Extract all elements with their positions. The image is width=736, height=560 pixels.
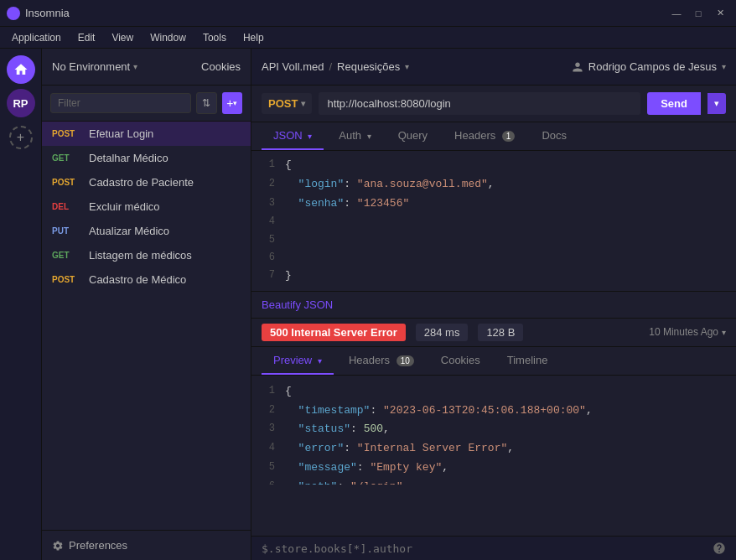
main-content: API Voll.med / Requesições ▾ Rodrigo Cam… bbox=[251, 49, 736, 560]
request-name: Cadastro de Médico bbox=[89, 273, 186, 286]
breadcrumb-app: API Voll.med bbox=[262, 60, 324, 73]
cookies-button[interactable]: Cookies bbox=[201, 60, 241, 73]
tab-preview-label: Preview bbox=[273, 354, 312, 366]
method-selector[interactable]: POST ▾ bbox=[262, 93, 312, 114]
sidebar-header: No Environment ▾ Cookies bbox=[42, 49, 251, 86]
tab-cookies-label: Cookies bbox=[441, 354, 480, 366]
request-name: Excluir médico bbox=[89, 200, 160, 213]
preferences-label: Preferences bbox=[69, 539, 127, 552]
add-workspace-button[interactable]: + bbox=[9, 126, 33, 149]
maximize-button[interactable]: □ bbox=[689, 4, 707, 23]
breadcrumb: API Voll.med / Requesições ▾ bbox=[262, 60, 409, 73]
status-badge: 500 Internal Server Error bbox=[262, 324, 406, 341]
add-request-button[interactable]: + ▾ bbox=[222, 92, 242, 114]
chevron-down-icon: ▾ bbox=[233, 99, 237, 107]
tab-timeline-label: Timeline bbox=[507, 354, 548, 366]
tab-docs-label: Docs bbox=[542, 129, 567, 142]
tab-query[interactable]: Query bbox=[386, 122, 439, 150]
menu-application[interactable]: Application bbox=[3, 29, 70, 46]
tab-timeline[interactable]: Timeline bbox=[495, 347, 560, 375]
user-info[interactable]: Rodrigo Campos de Jesus ▾ bbox=[572, 60, 726, 73]
sort-button[interactable]: ⇅ bbox=[196, 92, 217, 114]
tab-json-label: JSON bbox=[273, 129, 303, 142]
request-item-efetuar-login[interactable]: POST Efetuar Login bbox=[42, 122, 251, 146]
tab-auth[interactable]: Auth ▾ bbox=[327, 122, 382, 150]
menu-view[interactable]: View bbox=[103, 29, 142, 46]
url-input[interactable] bbox=[319, 92, 640, 115]
help-icon[interactable] bbox=[713, 542, 726, 555]
code-line: 6 bbox=[251, 249, 736, 267]
preferences-button[interactable]: Preferences bbox=[52, 539, 241, 552]
request-tabs: JSON ▾ Auth ▾ Query Headers 1 Docs bbox=[251, 122, 736, 151]
method-badge-post: POST bbox=[52, 275, 82, 284]
time-ago-chevron-icon: ▾ bbox=[722, 328, 726, 337]
response-bar: 500 Internal Server Error 284 ms 128 B 1… bbox=[251, 319, 736, 347]
method-badge-get: GET bbox=[52, 251, 82, 260]
query-bar bbox=[251, 536, 736, 560]
code-line: 3 "senha": "123456" bbox=[251, 194, 736, 214]
environment-selector[interactable]: No Environment ▾ bbox=[52, 60, 137, 73]
breadcrumb-separator: / bbox=[329, 60, 332, 73]
response-tabs: Preview ▾ Headers 10 Cookies Timeline bbox=[251, 347, 736, 376]
send-dropdown-button[interactable]: ▾ bbox=[707, 93, 726, 114]
method-badge-post: POST bbox=[52, 178, 82, 187]
request-name: Detalhar Médico bbox=[89, 152, 168, 164]
close-button[interactable]: ✕ bbox=[711, 4, 729, 23]
beautify-bar[interactable]: Beautify JSON bbox=[251, 291, 736, 319]
request-item-listagem-medicos[interactable]: GET Listagem de médicos bbox=[42, 243, 251, 267]
minimize-button[interactable]: — bbox=[667, 4, 686, 23]
request-item-cadastro-paciente[interactable]: POST Cadastro de Paciente bbox=[42, 170, 251, 194]
breadcrumb-page[interactable]: Requesições ▾ bbox=[337, 60, 409, 73]
app-title: Insomnia bbox=[25, 7, 70, 19]
code-line: 5 bbox=[251, 231, 736, 249]
tab-preview-chevron-icon: ▾ bbox=[318, 356, 322, 366]
method-chevron-icon: ▾ bbox=[301, 99, 305, 108]
sidebar: No Environment ▾ Cookies ⇅ + ▾ POST Efet… bbox=[42, 49, 251, 560]
request-list: POST Efetuar Login GET Detalhar Médico P… bbox=[42, 122, 251, 530]
breadcrumb-page-label: Requesições bbox=[337, 60, 400, 73]
plus-icon: + bbox=[226, 96, 233, 110]
code-line: 1 { bbox=[251, 156, 736, 175]
menu-edit[interactable]: Edit bbox=[70, 29, 104, 46]
time-ago: 10 Minutes Ago ▾ bbox=[649, 326, 726, 338]
app-icon bbox=[7, 7, 20, 20]
menu-window[interactable]: Window bbox=[142, 29, 194, 46]
code-line: 4 bbox=[251, 213, 736, 231]
tab-docs[interactable]: Docs bbox=[530, 122, 578, 150]
request-item-cadastro-medico[interactable]: POST Cadastro de Médico bbox=[42, 267, 251, 292]
request-item-atualizar-medico[interactable]: PUT Atualizar Médico bbox=[42, 219, 251, 243]
send-button[interactable]: Send bbox=[647, 92, 701, 115]
avatar[interactable]: RP bbox=[7, 89, 35, 117]
user-icon bbox=[572, 61, 583, 73]
request-name: Atualizar Médico bbox=[89, 225, 169, 237]
tab-preview[interactable]: Preview ▾ bbox=[262, 347, 334, 375]
sidebar-filter-bar: ⇅ + ▾ bbox=[42, 86, 251, 122]
method-badge-post: POST bbox=[52, 129, 82, 138]
request-body-editor[interactable]: 1 { 2 "login": "ana.souza@voll.med", 3 "… bbox=[251, 151, 736, 291]
filter-input[interactable] bbox=[50, 93, 191, 113]
titlebar-controls[interactable]: — □ ✕ bbox=[667, 4, 729, 23]
tab-resp-headers-label: Headers bbox=[349, 354, 390, 366]
method-label: POST bbox=[268, 97, 298, 110]
tab-cookies[interactable]: Cookies bbox=[429, 347, 492, 375]
tab-json[interactable]: JSON ▾ bbox=[262, 122, 324, 150]
home-icon[interactable] bbox=[7, 55, 35, 84]
tab-query-label: Query bbox=[398, 129, 428, 142]
user-chevron-icon: ▾ bbox=[722, 62, 726, 71]
request-item-excluir-medico[interactable]: DEL Excluir médico bbox=[42, 194, 251, 219]
url-bar: POST ▾ Send ▾ bbox=[251, 86, 736, 122]
query-input[interactable] bbox=[262, 542, 713, 555]
code-line: 3 "status": 500, bbox=[251, 420, 736, 439]
response-body-viewer: 1 { 2 "timestamp": "2023-06-13T20:45:06.… bbox=[251, 376, 736, 485]
request-item-detalhar-medico[interactable]: GET Detalhar Médico bbox=[42, 146, 251, 170]
tab-auth-chevron-icon: ▾ bbox=[367, 132, 371, 141]
code-line: 7 } bbox=[251, 267, 736, 286]
sidebar-footer: Preferences bbox=[42, 530, 251, 560]
menu-tools[interactable]: Tools bbox=[194, 29, 235, 46]
menu-help[interactable]: Help bbox=[235, 29, 272, 46]
tab-resp-headers[interactable]: Headers 10 bbox=[337, 347, 426, 375]
gear-icon bbox=[52, 540, 64, 552]
tab-headers[interactable]: Headers 1 bbox=[443, 122, 526, 150]
request-name: Listagem de médicos bbox=[89, 249, 192, 262]
icon-rail: RP + bbox=[0, 49, 42, 560]
